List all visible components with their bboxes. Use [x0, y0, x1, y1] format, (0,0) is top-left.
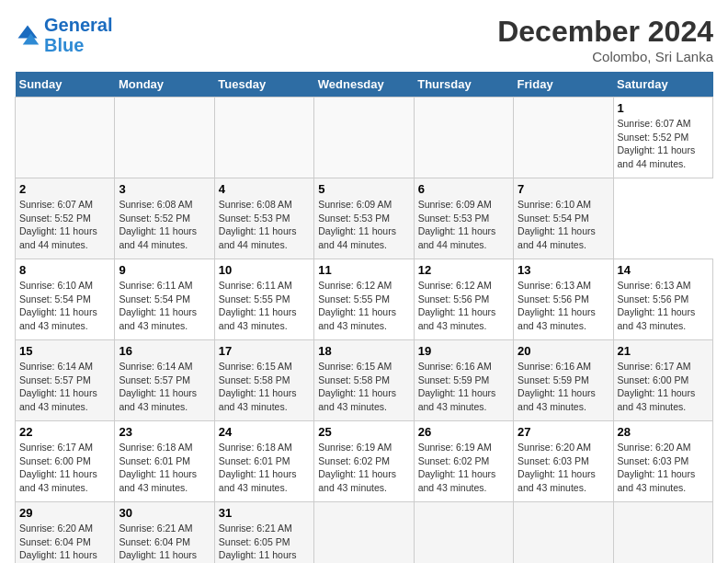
day-info: Sunrise: 6:08 AM Sunset: 5:52 PM Dayligh… — [119, 198, 210, 252]
calendar-cell: 10Sunrise: 6:11 AM Sunset: 5:55 PM Dayli… — [214, 259, 313, 340]
day-info: Sunrise: 6:14 AM Sunset: 5:57 PM Dayligh… — [119, 360, 210, 414]
calendar-cell: 28Sunrise: 6:20 AM Sunset: 6:03 PM Dayli… — [613, 421, 712, 502]
calendar-day-header: Sunday — [16, 72, 115, 98]
day-info: Sunrise: 6:16 AM Sunset: 5:59 PM Dayligh… — [518, 360, 609, 414]
day-number: 23 — [119, 425, 210, 439]
day-info: Sunrise: 6:12 AM Sunset: 5:56 PM Dayligh… — [418, 279, 509, 333]
day-number: 16 — [119, 344, 210, 358]
calendar-cell: 1Sunrise: 6:07 AM Sunset: 5:52 PM Daylig… — [613, 98, 712, 178]
day-number: 29 — [19, 506, 110, 520]
calendar-cell: 14Sunrise: 6:13 AM Sunset: 5:56 PM Dayli… — [613, 259, 712, 340]
calendar-cell — [314, 502, 414, 564]
day-info: Sunrise: 6:07 AM Sunset: 5:52 PM Dayligh… — [19, 198, 110, 252]
day-info: Sunrise: 6:09 AM Sunset: 5:53 PM Dayligh… — [318, 198, 409, 252]
calendar-cell: 7Sunrise: 6:10 AM Sunset: 5:54 PM Daylig… — [514, 178, 613, 259]
page-header: General Blue December 2024 Colombo, Sri … — [15, 15, 713, 64]
day-number: 2 — [19, 182, 110, 196]
day-number: 25 — [318, 425, 409, 439]
calendar-cell — [115, 98, 214, 178]
day-info: Sunrise: 6:14 AM Sunset: 5:57 PM Dayligh… — [19, 360, 110, 414]
day-info: Sunrise: 6:19 AM Sunset: 6:02 PM Dayligh… — [318, 441, 409, 495]
calendar-cell — [514, 502, 613, 564]
calendar-cell: 24Sunrise: 6:18 AM Sunset: 6:01 PM Dayli… — [214, 421, 313, 502]
day-number: 24 — [219, 425, 310, 439]
title-area: December 2024 Colombo, Sri Lanka — [497, 15, 713, 64]
calendar-cell: 4Sunrise: 6:08 AM Sunset: 5:53 PM Daylig… — [214, 178, 313, 259]
day-number: 18 — [318, 344, 409, 358]
day-info: Sunrise: 6:15 AM Sunset: 5:58 PM Dayligh… — [318, 360, 409, 414]
calendar-week-row: 2Sunrise: 6:07 AM Sunset: 5:52 PM Daylig… — [16, 178, 713, 259]
day-info: Sunrise: 6:21 AM Sunset: 6:05 PM Dayligh… — [219, 522, 310, 563]
calendar-cell: 17Sunrise: 6:15 AM Sunset: 5:58 PM Dayli… — [214, 340, 313, 421]
day-number: 22 — [19, 425, 110, 439]
calendar-header-row: SundayMondayTuesdayWednesdayThursdayFrid… — [16, 72, 713, 98]
calendar-cell: 16Sunrise: 6:14 AM Sunset: 5:57 PM Dayli… — [115, 340, 214, 421]
calendar-cell: 12Sunrise: 6:12 AM Sunset: 5:56 PM Dayli… — [414, 259, 513, 340]
calendar-cell — [16, 98, 115, 178]
day-info: Sunrise: 6:13 AM Sunset: 5:56 PM Dayligh… — [518, 279, 609, 333]
calendar-cell: 29Sunrise: 6:20 AM Sunset: 6:04 PM Dayli… — [16, 502, 115, 564]
calendar-cell — [514, 98, 613, 178]
day-number: 14 — [618, 263, 709, 277]
calendar-body: 1Sunrise: 6:07 AM Sunset: 5:52 PM Daylig… — [16, 98, 713, 564]
calendar-cell: 25Sunrise: 6:19 AM Sunset: 6:02 PM Dayli… — [314, 421, 414, 502]
day-info: Sunrise: 6:10 AM Sunset: 5:54 PM Dayligh… — [19, 279, 110, 333]
day-number: 28 — [618, 425, 709, 439]
day-info: Sunrise: 6:17 AM Sunset: 6:00 PM Dayligh… — [618, 360, 709, 414]
day-info: Sunrise: 6:11 AM Sunset: 5:54 PM Dayligh… — [119, 279, 210, 333]
calendar-cell: 23Sunrise: 6:18 AM Sunset: 6:01 PM Dayli… — [115, 421, 214, 502]
day-info: Sunrise: 6:13 AM Sunset: 5:56 PM Dayligh… — [618, 279, 709, 333]
calendar-cell: 2Sunrise: 6:07 AM Sunset: 5:52 PM Daylig… — [16, 178, 115, 259]
calendar-day-header: Monday — [115, 72, 214, 98]
calendar-cell: 18Sunrise: 6:15 AM Sunset: 5:58 PM Dayli… — [314, 340, 414, 421]
day-info: Sunrise: 6:17 AM Sunset: 6:00 PM Dayligh… — [19, 441, 110, 495]
day-number: 8 — [19, 263, 110, 277]
day-number: 3 — [119, 182, 210, 196]
month-title: December 2024 — [497, 15, 713, 49]
day-number: 11 — [318, 263, 409, 277]
day-info: Sunrise: 6:16 AM Sunset: 5:59 PM Dayligh… — [418, 360, 509, 414]
calendar-day-header: Thursday — [414, 72, 513, 98]
day-info: Sunrise: 6:10 AM Sunset: 5:54 PM Dayligh… — [518, 198, 609, 252]
day-number: 10 — [219, 263, 310, 277]
calendar-cell — [414, 502, 513, 564]
day-number: 15 — [19, 344, 110, 358]
calendar-cell — [414, 98, 513, 178]
day-info: Sunrise: 6:08 AM Sunset: 5:53 PM Dayligh… — [219, 198, 310, 252]
day-number: 30 — [119, 506, 210, 520]
calendar-cell: 31Sunrise: 6:21 AM Sunset: 6:05 PM Dayli… — [214, 502, 313, 564]
calendar-week-row: 22Sunrise: 6:17 AM Sunset: 6:00 PM Dayli… — [16, 421, 713, 502]
day-info: Sunrise: 6:19 AM Sunset: 6:02 PM Dayligh… — [418, 441, 509, 495]
calendar-cell — [613, 502, 712, 564]
day-number: 17 — [219, 344, 310, 358]
day-number: 13 — [518, 263, 609, 277]
calendar-cell: 15Sunrise: 6:14 AM Sunset: 5:57 PM Dayli… — [16, 340, 115, 421]
calendar-cell: 20Sunrise: 6:16 AM Sunset: 5:59 PM Dayli… — [514, 340, 613, 421]
calendar-day-header: Tuesday — [214, 72, 313, 98]
day-number: 7 — [518, 182, 609, 196]
calendar-cell: 9Sunrise: 6:11 AM Sunset: 5:54 PM Daylig… — [115, 259, 214, 340]
calendar-cell: 21Sunrise: 6:17 AM Sunset: 6:00 PM Dayli… — [613, 340, 712, 421]
day-number: 26 — [418, 425, 509, 439]
logo-icon — [15, 22, 40, 48]
calendar-table: SundayMondayTuesdayWednesdayThursdayFrid… — [15, 72, 713, 563]
calendar-cell — [314, 98, 414, 178]
calendar-cell: 30Sunrise: 6:21 AM Sunset: 6:04 PM Dayli… — [115, 502, 214, 564]
svg-marker-0 — [18, 26, 38, 39]
day-info: Sunrise: 6:18 AM Sunset: 6:01 PM Dayligh… — [119, 441, 210, 495]
calendar-week-row: 8Sunrise: 6:10 AM Sunset: 5:54 PM Daylig… — [16, 259, 713, 340]
day-number: 12 — [418, 263, 509, 277]
day-number: 19 — [418, 344, 509, 358]
day-number: 4 — [219, 182, 310, 196]
day-number: 27 — [518, 425, 609, 439]
day-number: 5 — [318, 182, 409, 196]
calendar-cell — [214, 98, 313, 178]
calendar-cell: 13Sunrise: 6:13 AM Sunset: 5:56 PM Dayli… — [514, 259, 613, 340]
calendar-cell: 5Sunrise: 6:09 AM Sunset: 5:53 PM Daylig… — [314, 178, 414, 259]
day-info: Sunrise: 6:09 AM Sunset: 5:53 PM Dayligh… — [418, 198, 509, 252]
calendar-week-row: 29Sunrise: 6:20 AM Sunset: 6:04 PM Dayli… — [16, 502, 713, 564]
day-info: Sunrise: 6:20 AM Sunset: 6:03 PM Dayligh… — [518, 441, 609, 495]
location: Colombo, Sri Lanka — [497, 49, 713, 64]
day-info: Sunrise: 6:15 AM Sunset: 5:58 PM Dayligh… — [219, 360, 310, 414]
day-info: Sunrise: 6:21 AM Sunset: 6:04 PM Dayligh… — [119, 522, 210, 563]
